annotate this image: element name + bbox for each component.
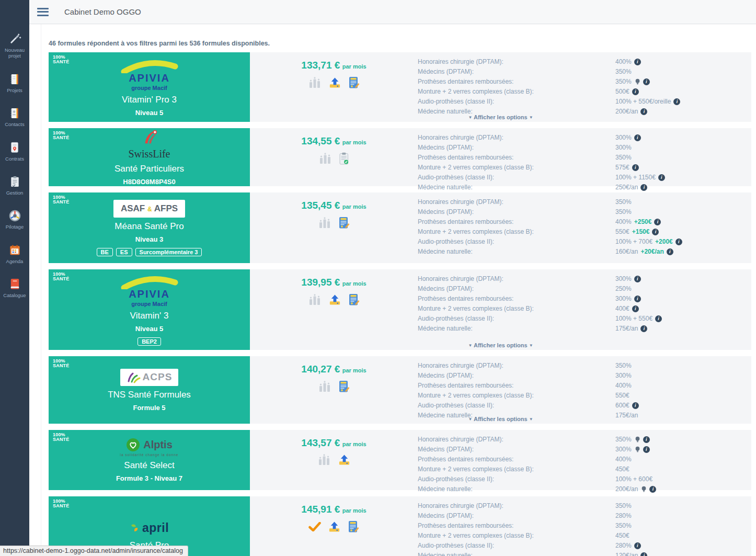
price-period: par mois [342, 280, 366, 287]
guarantee-label: Audio-prothèses (classe II): [418, 237, 615, 247]
price-column: 139,95 € par mois [250, 269, 418, 350]
info-icon[interactable]: i [649, 486, 656, 493]
upload-icon[interactable] [328, 294, 341, 305]
info-icon[interactable]: i [643, 436, 650, 443]
contract-sign-icon[interactable] [338, 380, 350, 393]
guarantee-line: Prothèses dentaires remboursées:350% [418, 153, 751, 163]
price: 143,57 € [301, 437, 340, 448]
info-icon[interactable]: i [640, 325, 647, 332]
row-actions [317, 454, 351, 466]
upload-icon[interactable] [328, 77, 341, 88]
info-icon[interactable]: i [634, 134, 641, 141]
guarantee-value: 300% [615, 371, 632, 381]
100-sante-badge: 100% SANTÉ [53, 433, 70, 442]
upload-icon[interactable] [328, 521, 341, 532]
info-icon[interactable]: i [640, 108, 647, 115]
clipboard-check-icon[interactable] [339, 152, 349, 165]
guarantee-line: Médecins (DPTAM):350% [418, 207, 751, 217]
info-icon[interactable]: i [667, 248, 673, 255]
bulb-icon[interactable] [635, 436, 640, 443]
sidebar-item-contrats[interactable]: Contrats [0, 141, 29, 162]
guarantee-line: Honoraires chirurgie (DPTAM):300%i [418, 274, 751, 284]
info-icon[interactable]: i [634, 542, 641, 549]
sidebar-item-agenda[interactable]: Agenda [0, 244, 29, 264]
show-options-link[interactable]: ▼ Afficher les options ▼ [468, 114, 533, 120]
formula-card[interactable]: 100% SANTÉ SwissLife Santé Particuliers … [49, 128, 250, 186]
info-icon[interactable]: i [673, 98, 680, 105]
guarantee-value: 450€ [615, 531, 629, 541]
upload-icon[interactable] [338, 454, 351, 466]
selected-check-icon[interactable] [308, 522, 321, 531]
formula-card[interactable]: 100% SANTÉ ASAF & AFPS Méana Santé Pro N… [49, 192, 250, 263]
price-column: 134,55 € par mois [250, 128, 418, 186]
menu-toggle-icon[interactable] [37, 8, 49, 16]
guarantee-label: Médecine naturelle: [418, 247, 615, 257]
price-period: par mois [342, 139, 366, 145]
guarantee-label: Audio-prothèses (classe II): [418, 97, 615, 107]
compare-bar-chart-icon[interactable] [308, 294, 322, 305]
sidebar-item-projets[interactable]: Projets [0, 73, 29, 93]
formula-card[interactable]: 100% SANTÉ APIVIAgroupe Macif Vitamin' P… [49, 52, 250, 122]
info-icon[interactable]: i [652, 229, 659, 235]
sidebar-item-nouveau-projet[interactable]: Nouveau projet [0, 32, 29, 59]
compare-bar-chart-icon[interactable] [318, 217, 331, 229]
contract-sign-icon[interactable] [348, 76, 360, 89]
info-icon[interactable]: i [632, 305, 639, 312]
info-icon[interactable]: i [643, 446, 650, 453]
guarantee-line: Monture + 2 verres complexes (classe B):… [418, 227, 751, 237]
contract-sign-icon[interactable] [348, 293, 360, 306]
sidebar-item-pilotage[interactable]: Pilotage [0, 209, 29, 230]
show-options-link[interactable]: ▼ Afficher les options ▼ [468, 416, 533, 422]
show-options-link[interactable]: ▼ Afficher les options ▼ [468, 342, 533, 348]
compare-bar-chart-icon[interactable] [308, 77, 322, 88]
contract-sign-icon[interactable] [348, 520, 359, 533]
info-icon[interactable]: i [634, 59, 641, 65]
sidebar-item-label: Gestion [0, 190, 29, 196]
info-icon[interactable]: i [655, 315, 662, 322]
info-icon[interactable]: i [658, 174, 665, 181]
info-icon[interactable]: i [634, 296, 641, 302]
info-icon[interactable]: i [640, 184, 647, 191]
sidebar-item-contacts[interactable]: Contacts [0, 107, 29, 127]
price: 140,27 € [301, 364, 340, 375]
info-icon[interactable]: i [632, 402, 639, 409]
info-icon[interactable]: i [640, 552, 647, 556]
sidebar-item-gestion[interactable]: Gestion [0, 175, 29, 196]
info-icon[interactable]: i [643, 78, 650, 85]
guarantee-details: Honoraires chirurgie (DPTAM):350%Médecin… [418, 496, 751, 556]
formula-card[interactable]: 100% SANTÉ APIVIAgroupe Macif Vitamin' 3… [49, 269, 250, 350]
info-icon[interactable]: i [632, 88, 639, 95]
guarantee-label: Médecine naturelle: [418, 324, 615, 334]
formula-details-panel: 145,91 € par mois Honoraires chirurgie (… [250, 496, 751, 556]
info-icon[interactable]: i [632, 164, 639, 171]
guarantee-details: Honoraires chirurgie (DPTAM):400%iMédeci… [418, 52, 751, 122]
guarantee-label: Honoraires chirurgie (DPTAM): [418, 197, 615, 207]
sidebar-item-label: Catalogue [0, 292, 29, 298]
formula-card[interactable]: 100% SANTÉ ACPS TNS Santé Formules Formu… [49, 356, 250, 424]
guarantee-value: 300% [615, 274, 632, 284]
guarantee-value: 300% [615, 445, 632, 455]
contract-sign-icon[interactable] [338, 217, 350, 229]
formula-row: 100% SANTÉ APIVIAgroupe Macif Vitamin' P… [49, 52, 751, 122]
info-icon[interactable]: i [654, 219, 661, 225]
bulb-icon[interactable] [641, 486, 647, 493]
guarantee-line: Audio-prothèses (classe II):100% + 1150€… [418, 173, 751, 183]
sidebar-item-catalogue[interactable]: Catalogue [0, 278, 29, 298]
product-name: Méana Santé Pro [114, 221, 184, 232]
guarantee-line: Monture + 2 verres complexes (classe B):… [418, 464, 751, 474]
guarantee-label: Monture + 2 verres complexes (classe B): [418, 87, 615, 97]
compare-bar-chart-icon[interactable] [318, 153, 332, 164]
bulb-icon[interactable] [635, 78, 640, 85]
guarantee-label: Prothèses dentaires remboursées: [418, 455, 615, 464]
info-icon[interactable]: i [675, 239, 682, 245]
guarantee-value: 350% [615, 361, 632, 371]
compare-bar-chart-icon[interactable] [318, 381, 331, 392]
info-icon[interactable]: i [634, 276, 641, 282]
compare-bar-chart-icon[interactable] [317, 454, 331, 466]
guarantee-value: 100% + 1150€ [615, 173, 656, 183]
guarantee-label: Médecine naturelle: [418, 484, 615, 494]
bulb-icon[interactable] [635, 446, 640, 453]
product-level: Formule 3 - Niveau 7 [116, 474, 182, 482]
guarantee-line: Audio-prothèses (classe II):100% + 700€+… [418, 237, 751, 247]
formula-card[interactable]: 100% SANTÉ Alptisla solidarité change la… [49, 430, 250, 490]
